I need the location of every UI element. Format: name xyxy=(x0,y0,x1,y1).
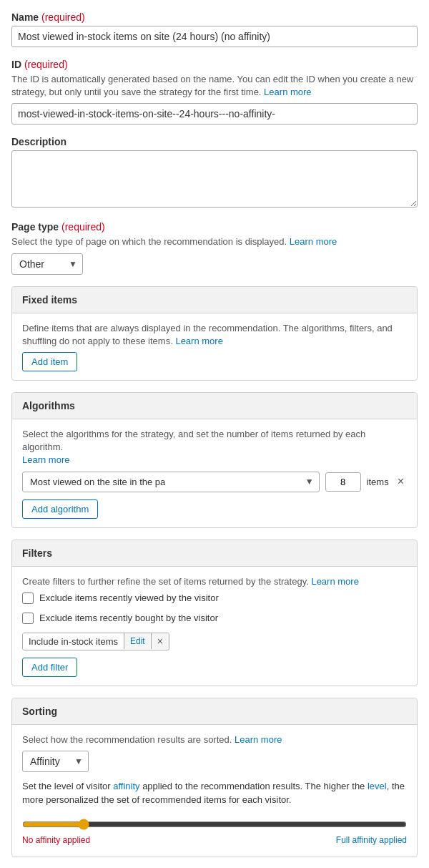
id-field-group: ID (required) The ID is automatically ge… xyxy=(11,59,418,125)
page-type-field-group: Page type (required) Select the type of … xyxy=(11,221,418,274)
sorting-description: Select how the recommendation results ar… xyxy=(22,733,407,746)
sorting-learn-more-link[interactable]: Learn more xyxy=(235,734,282,745)
checkbox-row-2: Exclude items recently bought by the vis… xyxy=(22,613,407,624)
algorithm-select[interactable]: Most viewed on the site in the pa Most p… xyxy=(22,472,320,492)
algorithms-learn-more-link[interactable]: Learn more xyxy=(22,454,69,465)
sorting-section: Sorting Select how the recommendation re… xyxy=(11,698,418,857)
sorting-header: Sorting xyxy=(12,698,417,725)
filters-header: Filters xyxy=(12,540,417,567)
exclude-bought-label[interactable]: Exclude items recently bought by the vis… xyxy=(39,613,218,623)
id-input[interactable] xyxy=(11,103,418,125)
exclude-viewed-checkbox[interactable] xyxy=(22,593,34,604)
algorithms-body: Select the algorithms for the strategy, … xyxy=(12,419,417,527)
id-label-text: ID xyxy=(11,59,21,70)
algorithm-select-wrapper: Most viewed on the site in the pa Most p… xyxy=(22,472,320,492)
filters-learn-more-link[interactable]: Learn more xyxy=(311,576,358,587)
algorithms-header: Algorithms xyxy=(12,393,417,419)
filter-edit-button[interactable]: Edit xyxy=(124,633,151,649)
affinity-description: Set the level of visitor affinity applie… xyxy=(22,779,407,807)
algorithm-items-label: items xyxy=(367,477,389,487)
add-algorithm-button[interactable]: Add algorithm xyxy=(22,499,98,519)
algorithms-section: Algorithms Select the algorithms for the… xyxy=(11,392,418,528)
page-type-select[interactable]: Other Home Category Product Cart Checkou… xyxy=(11,253,83,275)
filters-description: Create filters to further refine the set… xyxy=(22,575,407,588)
exclude-viewed-label[interactable]: Exclude items recently viewed by the vis… xyxy=(39,593,219,603)
page-type-help-text: Select the type of page on which the rec… xyxy=(11,235,418,248)
sorting-select[interactable]: Affinity Random Manual xyxy=(22,751,89,772)
page-type-required-indicator: (required) xyxy=(61,221,105,233)
add-item-button[interactable]: Add item xyxy=(22,352,77,371)
fixed-items-description: Define items that are always displayed i… xyxy=(22,322,407,348)
id-learn-more-link[interactable]: Learn more xyxy=(264,87,311,97)
page-type-label: Page type (required) xyxy=(11,221,418,233)
algorithms-description: Select the algorithms for the strategy, … xyxy=(22,428,407,467)
fixed-items-title: Fixed items xyxy=(22,294,77,306)
name-input[interactable] xyxy=(11,26,418,47)
description-label-text: Description xyxy=(11,136,66,147)
algorithms-title: Algorithms xyxy=(22,400,75,411)
fixed-items-learn-more-link[interactable]: Learn more xyxy=(175,336,222,346)
description-input[interactable] xyxy=(11,150,418,208)
algorithms-desc-text: Select the algorithms for the strategy, … xyxy=(22,429,365,452)
sorting-select-wrapper: Affinity Random Manual ▼ xyxy=(22,751,89,772)
sorting-desc-text: Select how the recommendation results ar… xyxy=(22,734,232,745)
filters-title: Filters xyxy=(22,547,52,559)
fixed-items-body: Define items that are always displayed i… xyxy=(12,313,417,380)
filter-tag-text: Include in-stock items xyxy=(23,633,124,650)
page-type-learn-more-link[interactable]: Learn more xyxy=(290,236,337,247)
fixed-items-section: Fixed items Define items that are always… xyxy=(11,286,418,381)
slider-labels: No affinity applied Full affinity applie… xyxy=(22,835,407,845)
description-label: Description xyxy=(11,136,418,147)
filters-desc-text: Create filters to further refine the set… xyxy=(22,576,309,587)
name-label: Name (required) xyxy=(11,11,418,23)
page-type-label-text: Page type xyxy=(11,221,59,233)
add-filter-button[interactable]: Add filter xyxy=(22,658,77,677)
sorting-body: Select how the recommendation results ar… xyxy=(12,725,417,857)
algorithm-remove-button[interactable]: × xyxy=(395,476,407,487)
filter-tag-row: Include in-stock items Edit × xyxy=(22,633,407,650)
sorting-title: Sorting xyxy=(22,706,57,717)
description-field-group: Description xyxy=(11,136,418,210)
id-required-indicator: (required) xyxy=(24,59,68,70)
filters-section: Filters Create filters to further refine… xyxy=(11,540,418,686)
page-wrapper: Name (required) ID (required) The ID is … xyxy=(0,0,429,868)
algorithm-row: Most viewed on the site in the pa Most p… xyxy=(22,472,407,492)
id-help-description: The ID is automatically generated based … xyxy=(11,74,413,97)
name-field-group: Name (required) xyxy=(11,11,418,47)
name-required-indicator: (required) xyxy=(41,11,85,23)
id-help-text: The ID is automatically generated based … xyxy=(11,73,418,99)
id-label: ID (required) xyxy=(11,59,418,70)
filter-tag-item: Include in-stock items Edit × xyxy=(22,633,169,650)
affinity-slider[interactable] xyxy=(22,819,407,830)
filters-body: Create filters to further refine the set… xyxy=(12,567,417,686)
affinity-slider-container: No affinity applied Full affinity applie… xyxy=(22,819,407,845)
full-affinity-label: Full affinity applied xyxy=(336,835,407,845)
name-label-text: Name xyxy=(11,11,39,23)
algorithm-items-input[interactable] xyxy=(325,472,361,492)
exclude-bought-checkbox[interactable] xyxy=(22,613,34,624)
filter-remove-button[interactable]: × xyxy=(151,633,169,649)
no-affinity-label: No affinity applied xyxy=(22,835,90,845)
fixed-items-header: Fixed items xyxy=(12,287,417,313)
page-type-help-description: Select the type of page on which the rec… xyxy=(11,236,287,247)
page-type-select-wrapper: Other Home Category Product Cart Checkou… xyxy=(11,253,83,275)
checkbox-row-1: Exclude items recently viewed by the vis… xyxy=(22,593,407,604)
